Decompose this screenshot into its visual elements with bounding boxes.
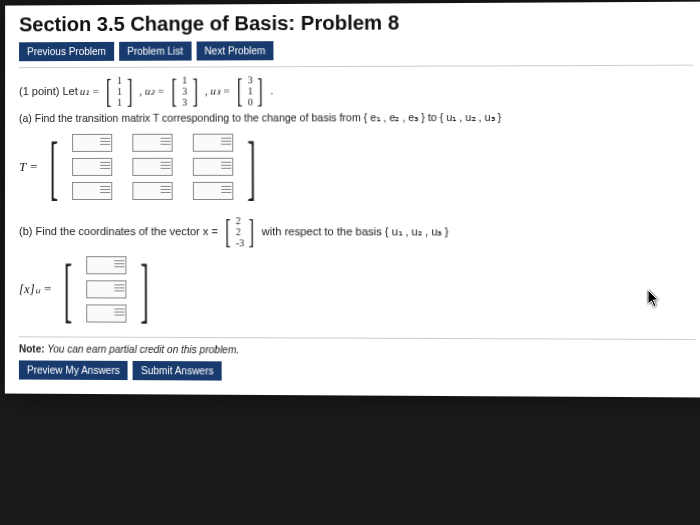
left-bracket-icon: [ xyxy=(50,135,58,199)
divider xyxy=(19,65,693,69)
resize-icon xyxy=(161,186,171,196)
u1-entry-1: 1 xyxy=(117,74,122,85)
x-entry-2: 2 xyxy=(236,226,244,237)
webwork-page: Section 3.5 Change of Basis: Problem 8 P… xyxy=(5,2,700,398)
partial-credit-note: Note: You can earn partial credit on thi… xyxy=(19,343,696,357)
resize-icon xyxy=(100,138,110,148)
u2-vector: [ 1 3 3 ] xyxy=(169,74,201,108)
t-input-12[interactable] xyxy=(132,134,172,152)
xu-input-2[interactable] xyxy=(86,280,126,298)
resize-icon xyxy=(114,284,124,294)
u3-label: , u₃ = xyxy=(205,84,230,97)
u1-entry-3: 1 xyxy=(117,96,122,107)
left-bracket-icon: [ xyxy=(64,255,72,323)
x-vector: [ 2 2 -3 ] xyxy=(222,214,258,248)
answer-buttons: Preview My Answers Submit Answers xyxy=(19,360,696,383)
transition-matrix-block: T = [ ] xyxy=(19,129,694,204)
t-input-13[interactable] xyxy=(193,134,233,152)
resize-icon xyxy=(100,162,110,172)
resize-icon xyxy=(221,186,231,196)
u1-entry-2: 1 xyxy=(117,85,122,96)
points-label: (1 point) Let xyxy=(19,85,78,97)
t-input-32[interactable] xyxy=(132,182,172,200)
t-equals-label: T = xyxy=(19,159,38,175)
previous-problem-button[interactable]: Previous Problem xyxy=(19,42,114,61)
note-bold: Note: xyxy=(19,343,45,354)
t-input-11[interactable] xyxy=(72,134,112,152)
part-b-suffix: with respect to the basis { u₁ , u₂ , u₃… xyxy=(262,225,449,238)
u1-vector: [ 1 1 1 ] xyxy=(104,74,136,108)
u2-entry-3: 3 xyxy=(182,96,187,107)
x-entry-3: -3 xyxy=(236,237,244,248)
right-bracket-icon: ] xyxy=(247,135,256,199)
part-b-prefix: (b) Find the coordinates of the vector x… xyxy=(19,225,218,237)
t-input-23[interactable] xyxy=(193,158,233,176)
u1-label: u₁ = xyxy=(80,84,100,97)
part-a-text: (a) Find the transition matrix T corresp… xyxy=(19,110,693,124)
u3-entry-3: 0 xyxy=(248,96,253,107)
u2-entry-1: 1 xyxy=(182,74,187,85)
xu-equals-label: [x]ᵤ = xyxy=(19,281,52,297)
preview-answers-button[interactable]: Preview My Answers xyxy=(19,360,128,380)
note-text: You can earn partial credit on this prob… xyxy=(45,343,240,355)
resize-icon xyxy=(161,162,171,172)
xu-input-1[interactable] xyxy=(86,256,126,274)
resize-icon xyxy=(114,260,124,270)
submit-answers-button[interactable]: Submit Answers xyxy=(133,361,222,381)
resize-icon xyxy=(114,309,124,319)
u2-label: , u₂ = xyxy=(139,84,164,97)
t-input-21[interactable] xyxy=(72,158,112,176)
divider xyxy=(19,336,696,340)
part-b-text: (b) Find the coordinates of the vector x… xyxy=(19,214,695,249)
next-problem-button[interactable]: Next Problem xyxy=(196,41,273,60)
problem-statement: (1 point) Let u₁ = [ 1 1 1 ] , u₂ = [ 1 … xyxy=(19,72,693,108)
resize-icon xyxy=(161,138,171,148)
xu-vector-grid xyxy=(80,252,132,327)
u2-entry-2: 3 xyxy=(182,85,187,96)
t-matrix-grid xyxy=(66,130,239,204)
resize-icon xyxy=(221,138,231,148)
resize-icon xyxy=(100,186,110,196)
u3-vector: [ 3 1 0 ] xyxy=(234,73,266,107)
u3-entry-1: 3 xyxy=(248,74,253,85)
t-input-31[interactable] xyxy=(72,182,112,200)
statement-period: . xyxy=(270,84,273,96)
problem-list-button[interactable]: Problem List xyxy=(119,42,191,61)
resize-icon xyxy=(221,162,231,172)
right-bracket-icon: ] xyxy=(140,255,149,323)
t-input-33[interactable] xyxy=(193,182,234,200)
xu-input-3[interactable] xyxy=(86,304,126,322)
page-title: Section 3.5 Change of Basis: Problem 8 xyxy=(19,10,693,37)
t-input-22[interactable] xyxy=(132,158,172,176)
coordinate-vector-block: [x]ᵤ = [ ] xyxy=(19,252,695,329)
u3-entry-2: 1 xyxy=(248,85,253,96)
x-entry-1: 2 xyxy=(236,215,244,226)
problem-nav: Previous Problem Problem List Next Probl… xyxy=(19,39,693,61)
